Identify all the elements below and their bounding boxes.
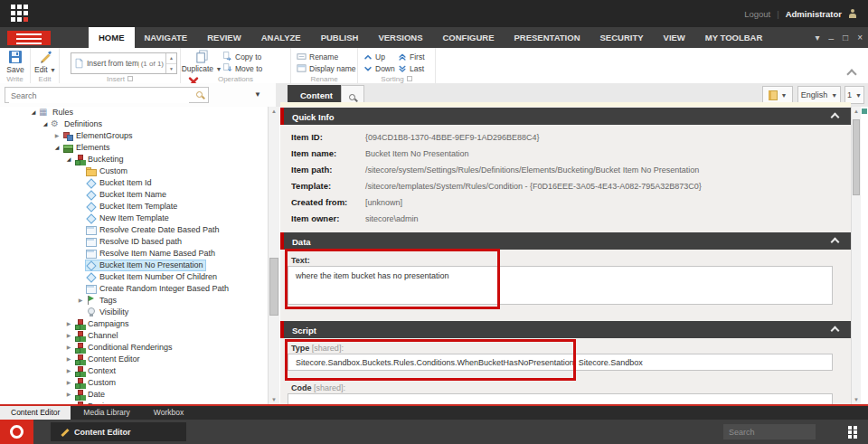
- dialog-launcher-icon[interactable]: [127, 76, 133, 81]
- menu-hamburger-button[interactable]: [7, 31, 51, 45]
- tree-item[interactable]: Context: [0, 365, 268, 377]
- tree-item[interactable]: Conditional Renderings: [0, 342, 268, 354]
- tree-item[interactable]: Bucket Item No Presentation: [0, 260, 268, 271]
- sort-last-button[interactable]: Last: [398, 63, 430, 73]
- taskbar-search-input[interactable]: [723, 424, 816, 439]
- ribbon-tab[interactable]: REVIEW: [197, 27, 250, 48]
- expand-arrow[interactable]: [64, 365, 73, 377]
- tree-item[interactable]: Resolve ID based path: [0, 236, 268, 248]
- app-tab[interactable]: Content Editor: [0, 406, 71, 420]
- sort-first-button[interactable]: First: [398, 52, 430, 61]
- scroll-up-icon[interactable]: ▲: [852, 109, 861, 114]
- duplicate-button[interactable]: Duplicate ▼: [181, 48, 222, 73]
- ribbon-tab[interactable]: NAVIGATE: [135, 27, 198, 48]
- tree-item[interactable]: Bucket Item Number Of Children: [0, 271, 268, 283]
- language-selector[interactable]: English▼: [797, 86, 841, 104]
- expand-arrow[interactable]: [52, 142, 61, 154]
- expand-arrow[interactable]: [64, 389, 73, 401]
- spinner-down-icon[interactable]: ▼: [166, 64, 176, 74]
- tree-item[interactable]: Rules: [0, 107, 268, 118]
- tree-item[interactable]: Create Random Integer Based Path: [0, 283, 268, 295]
- search-input[interactable]: [9, 89, 189, 103]
- ribbon-tab[interactable]: PRESENTATION: [504, 27, 590, 48]
- tree-item[interactable]: Channel: [0, 330, 268, 342]
- sitecore-start-button[interactable]: [0, 420, 33, 444]
- tree-item[interactable]: Resolve Create Date Based Path: [0, 224, 268, 236]
- tree-item[interactable]: New Item Template: [0, 213, 268, 224]
- section-header-quick-info[interactable]: Quick Info: [280, 108, 851, 125]
- tree-item[interactable]: Custom: [0, 377, 268, 389]
- tree-item[interactable]: Bucket Item Id: [0, 177, 268, 189]
- expand-arrow[interactable]: [64, 354, 73, 365]
- expand-arrow[interactable]: [64, 318, 73, 330]
- search-icon[interactable]: [195, 90, 205, 100]
- dialog-launcher-icon[interactable]: [407, 76, 412, 81]
- tree-item[interactable]: Elements: [0, 142, 268, 154]
- close-icon[interactable]: ×: [857, 27, 863, 48]
- expand-arrow[interactable]: [64, 377, 73, 389]
- app-tab[interactable]: Workbox: [143, 406, 194, 420]
- current-user-label[interactable]: Administrator: [786, 9, 842, 19]
- tree-item[interactable]: ElementGroups: [0, 130, 268, 142]
- collapse-section-icon[interactable]: [831, 238, 840, 247]
- tree-item[interactable]: Date: [0, 389, 268, 401]
- editor-scrollbar[interactable]: ▲ ▼: [851, 107, 861, 404]
- spinner-up-icon[interactable]: ▲: [166, 53, 176, 64]
- content-editor-task-button[interactable]: Content Editor: [51, 422, 186, 441]
- scroll-up-icon[interactable]: ▲: [269, 109, 279, 114]
- insert-from-template-box[interactable]: Insert from templat (1 of 1) ▲ ▼: [71, 52, 177, 74]
- scroll-down-icon[interactable]: ▼: [852, 397, 861, 402]
- ribbon-tab[interactable]: HOME: [89, 27, 135, 48]
- scrollbar-thumb[interactable]: [853, 119, 860, 195]
- navigation-bar-button[interactable]: ▼: [762, 86, 793, 104]
- scroll-down-icon[interactable]: ▼: [269, 397, 279, 402]
- move-to-button[interactable]: Move to: [222, 63, 266, 73]
- tree-item[interactable]: Tags: [0, 295, 268, 307]
- text-field-input[interactable]: where the item bucket has no presentatio…: [288, 266, 833, 305]
- tree-item[interactable]: Visibility: [0, 307, 268, 318]
- ribbon-collapse-icon[interactable]: [846, 69, 856, 79]
- tree-item[interactable]: Custom: [0, 165, 268, 177]
- tree-item[interactable]: Definitions: [0, 118, 268, 130]
- tree-item[interactable]: Bucketing: [0, 154, 268, 165]
- display-name-button[interactable]: Display name: [297, 63, 356, 73]
- app-tab[interactable]: Media Library: [72, 406, 141, 420]
- ribbon-tab[interactable]: PUBLISH: [311, 27, 369, 48]
- section-header-data[interactable]: Data: [280, 232, 851, 250]
- apps-grid-icon[interactable]: [848, 426, 852, 430]
- minimize-icon[interactable]: _: [829, 24, 835, 45]
- window-menu-icon[interactable]: ▾: [816, 27, 820, 48]
- ribbon-tab[interactable]: CONFIGURE: [432, 27, 504, 48]
- ribbon-tab[interactable]: SECURITY: [590, 27, 654, 48]
- expand-arrow[interactable]: [76, 295, 85, 307]
- ribbon-tab[interactable]: VERSIONS: [368, 27, 432, 48]
- expand-arrow[interactable]: [64, 342, 73, 354]
- ribbon-tab[interactable]: VIEW: [654, 27, 695, 48]
- ribbon-tab[interactable]: ANALYZE: [251, 27, 311, 48]
- logout-link[interactable]: Logout: [744, 9, 770, 19]
- expand-arrow[interactable]: [64, 154, 73, 165]
- expand-arrow[interactable]: [64, 330, 73, 342]
- section-header-script[interactable]: Script: [280, 321, 851, 338]
- collapse-section-icon[interactable]: [831, 326, 840, 335]
- scrollbar-thumb[interactable]: [269, 258, 278, 316]
- code-field-input[interactable]: [288, 393, 833, 404]
- tree-item[interactable]: Bucket Item Name: [0, 189, 268, 201]
- tree-item[interactable]: Bucket Item Template: [0, 201, 268, 213]
- edit-button[interactable]: Edit ▼: [31, 48, 60, 74]
- tree-scrollbar[interactable]: ▲ ▼: [268, 107, 279, 404]
- ribbon-tab[interactable]: MY TOOLBAR: [695, 27, 773, 48]
- tree-item[interactable]: Content Editor: [0, 354, 268, 365]
- sort-up-button[interactable]: Up: [363, 52, 398, 61]
- tree-options-chevron-icon[interactable]: ▼: [254, 90, 261, 99]
- tree-item[interactable]: Campaigns: [0, 318, 268, 330]
- expand-arrow[interactable]: [41, 118, 50, 130]
- type-field-input[interactable]: Sitecore.Sandbox.Buckets.Rules.Condition…: [288, 354, 833, 371]
- maximize-icon[interactable]: □: [843, 27, 848, 48]
- expand-arrow[interactable]: [29, 107, 38, 118]
- save-button[interactable]: Save: [0, 48, 31, 74]
- copy-to-button[interactable]: Copy to: [222, 52, 266, 61]
- version-selector[interactable]: 1▼: [844, 86, 864, 104]
- rename-button[interactable]: Rename: [297, 52, 356, 61]
- tree-item[interactable]: Resolve Item Name Based Path: [0, 248, 268, 260]
